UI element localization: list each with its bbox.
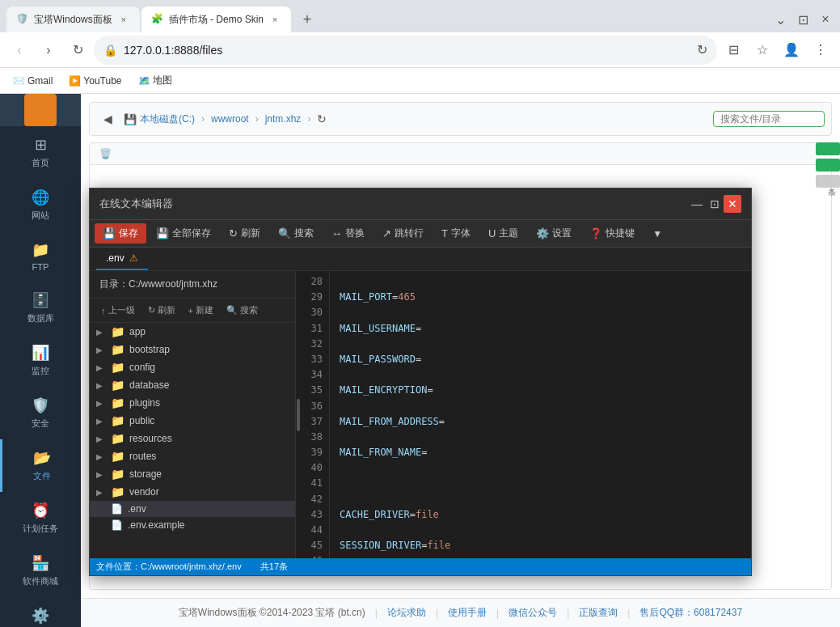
editor-file-tabs: .env ⚠ [90, 248, 751, 271]
browser-chrome: 🛡️ 宝塔Windows面板 × 🧩 插件市场 - Demo Skin × + … [0, 0, 840, 94]
sidebar-item-monitor[interactable]: 📊 监控 [0, 334, 81, 387]
minimize-browser-icon[interactable]: ⌄ [772, 11, 788, 28]
sidebar-item-store[interactable]: 🏪 软件商城 [0, 544, 81, 597]
editor-minimize-button[interactable]: — [688, 195, 706, 213]
file-manager-nav: ◀ 💾 本地磁盘(C:) › wwwroot › jntm.xhz › ↻ [89, 102, 832, 136]
tree-folder-storage[interactable]: ▶ 📁 storage [90, 465, 295, 483]
tree-folder-vendor[interactable]: ▶ 📁 vendor [90, 483, 295, 501]
tab-1[interactable]: 🛡️ 宝塔Windows面板 × [6, 6, 140, 32]
bookmark-youtube-label: YouTube [83, 75, 121, 87]
bookmark-maps[interactable]: 🗺️ 地图 [132, 71, 179, 90]
code-content[interactable]: MAIL_PORT=465 MAIL_USERNAME= MAIL_PASSWO… [330, 271, 751, 558]
tree-search-button[interactable]: 🔍 搜索 [222, 302, 263, 319]
tree-folder-bootstrap[interactable]: ▶ 📁 bootstrap [90, 341, 295, 358]
forward-button[interactable]: › [36, 37, 61, 63]
sidebar-item-ftp[interactable]: 📁 FTP [0, 231, 81, 282]
replace-button[interactable]: ↔ 替换 [323, 223, 373, 244]
refresh-button[interactable]: ↻ 刷新 [221, 223, 268, 244]
tab-1-title: 宝塔Windows面板 [34, 13, 112, 27]
file-icon: 📄 [111, 503, 123, 515]
search-button[interactable]: 🔍 搜索 [270, 223, 322, 244]
sidebar-item-files[interactable]: 📂 文件 [0, 439, 81, 492]
footer-link-manual[interactable]: 使用手册 [448, 606, 487, 620]
address-bar[interactable]: 🔒 127.0.0.1:8888/files ↻ [94, 36, 717, 65]
tree-folder-app[interactable]: ▶ 📁 app [90, 323, 295, 341]
fm-reload-button[interactable]: ↻ [317, 112, 327, 125]
sidebar-item-cron[interactable]: ⏰ 计划任务 [0, 492, 81, 544]
tree-file-env[interactable]: 📄 .env [90, 501, 295, 517]
reload-button[interactable]: ↻ [65, 37, 91, 63]
files-icon: 📂 [33, 449, 51, 467]
save-icon: 💾 [103, 227, 116, 239]
address-reload-icon[interactable]: ↻ [697, 42, 707, 57]
footer-link-license[interactable]: 正版查询 [579, 606, 618, 620]
breadcrumb-jntm[interactable]: jntm.xhz [265, 113, 302, 125]
close-browser-icon[interactable]: × [817, 11, 834, 28]
file-location: 文件位置：C:/wwwroot/jntm.xhz/.env [96, 561, 242, 571]
editor-maximize-button[interactable]: ⊡ [706, 195, 724, 213]
footer-link-qq[interactable]: 售后QQ群：608172437 [639, 606, 742, 620]
tab-2-favicon: 🧩 [151, 13, 164, 26]
footer-link-forum[interactable]: 论坛求助 [387, 606, 426, 620]
website-icon: 🌐 [32, 189, 49, 206]
chevron-right-icon: ▶ [96, 345, 106, 354]
tree-folder-database[interactable]: ▶ 📁 database [90, 376, 295, 394]
sidebar-item-home[interactable]: ⊞ 首页 [0, 126, 81, 179]
shortcuts-button[interactable]: ❓ 快捷键 [581, 223, 643, 244]
sidebar-item-database[interactable]: 🗄️ 数据库 [0, 282, 81, 334]
feedback-badge[interactable]: 反馈 [816, 159, 840, 172]
tree-file-env-example[interactable]: 📄 .env.example [90, 517, 295, 533]
security-icon: 🛡️ [32, 396, 49, 414]
editor-close-button[interactable]: ✕ [724, 195, 741, 213]
footer-link-wechat[interactable]: 微信公众号 [509, 606, 557, 620]
fm-search-input[interactable] [720, 113, 817, 125]
tree-folder-routes[interactable]: ▶ 📁 routes [90, 447, 295, 465]
bookmark-youtube[interactable]: ▶️ YouTube [62, 73, 128, 89]
tree-refresh-button[interactable]: ↻ 刷新 [143, 302, 180, 319]
sidebar-item-security[interactable]: 🛡️ 安全 [0, 387, 81, 439]
new-tab-button[interactable]: + [296, 8, 319, 31]
tree-folder-resources[interactable]: ▶ 📁 resources [90, 430, 295, 447]
cast-icon[interactable]: ⊟ [720, 37, 746, 63]
chevron-right-icon: ▶ [96, 452, 106, 461]
more-button[interactable]: ▼ [644, 225, 670, 243]
tab-2[interactable]: 🧩 插件市场 - Demo Skin × [141, 6, 291, 32]
tree-new-button[interactable]: + 新建 [184, 302, 218, 319]
tab-2-close[interactable]: × [268, 13, 281, 26]
tree-folder-config[interactable]: ▶ 📁 config [90, 358, 295, 376]
breadcrumb-wwwroot[interactable]: wwwroot [211, 113, 249, 125]
code-line-31: MAIL_ENCRYPTION= [340, 383, 741, 398]
bookmark-icon[interactable]: ☆ [749, 37, 775, 63]
menu-icon[interactable]: ⋮ [808, 37, 834, 63]
arrow-up-icon: ↑ [101, 306, 106, 316]
profile-icon[interactable]: 👤 [779, 37, 804, 63]
sidebar-files-label: 文件 [33, 470, 51, 482]
settings-button[interactable]: ⚙️ 设置 [528, 223, 580, 244]
customer-service-badge[interactable]: 客服 [816, 142, 840, 155]
article-badge[interactable]: 条 [816, 175, 840, 188]
goto-button[interactable]: ↗ 跳转行 [374, 223, 432, 244]
bookmark-gmail[interactable]: ✉️ Gmail [6, 73, 59, 89]
save-all-button[interactable]: 💾 全部保存 [148, 223, 219, 244]
theme-button[interactable]: U 主题 [480, 223, 526, 244]
breadcrumb-root[interactable]: 本地磁盘(C:) [140, 112, 195, 126]
back-button[interactable]: ‹ [6, 37, 32, 63]
delete-icon[interactable]: 🗑️ [99, 148, 112, 159]
sidebar-item-website[interactable]: 🌐 网站 [0, 179, 81, 231]
tab-1-close[interactable]: × [117, 13, 130, 26]
tree-folder-public[interactable]: ▶ 📁 public [90, 412, 295, 430]
sidebar-item-settings[interactable]: ⚙️ 设置 [0, 597, 81, 627]
bookmark-maps-label: 地图 [153, 74, 172, 87]
fm-back-button[interactable]: ◀ [96, 108, 119, 130]
tree-up-button[interactable]: ↑ 上一级 [96, 302, 140, 319]
fm-search-box[interactable] [713, 111, 825, 127]
tree-folder-plugins[interactable]: ▶ 📁 plugins [90, 394, 295, 412]
font-button[interactable]: T 字体 [433, 223, 479, 244]
save-button[interactable]: 💾 保存 [95, 223, 146, 244]
nav-actions: ⊟ ☆ 👤 ⋮ [720, 37, 834, 63]
editor-overlay: 在线文本编辑器 — ⊡ ✕ 💾 保存 💾 全部保存 ↻ 刷新 🔍 搜索 [89, 188, 752, 576]
code-editor[interactable]: 28 29 30 31 32 33 34 35 36 37 38 39 40 4… [301, 271, 751, 558]
maximize-browser-icon[interactable]: ⊡ [795, 11, 811, 28]
tree-search-icon: 🔍 [226, 305, 238, 316]
file-tab-env[interactable]: .env ⚠ [96, 248, 148, 270]
